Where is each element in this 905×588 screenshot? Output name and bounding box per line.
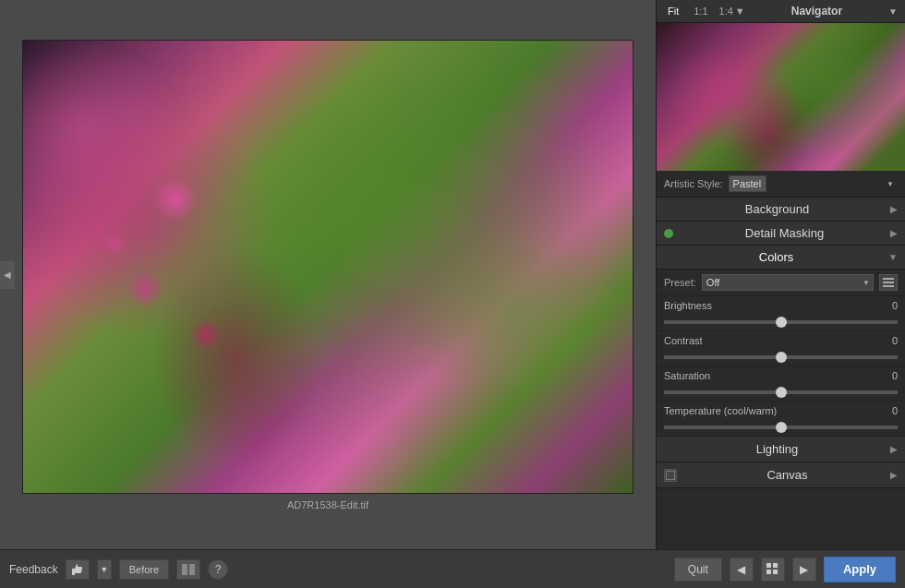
navigator-header: Fit 1:1 1:4 ▼ Navigator ▼ xyxy=(657,0,905,23)
saturation-value: 0 xyxy=(879,370,898,381)
artistic-style-row: Artistic Style: Pastel xyxy=(657,171,905,198)
svg-rect-2 xyxy=(883,285,894,287)
colors-arrow: ▼ xyxy=(888,252,898,262)
colors-title: Colors xyxy=(664,250,888,264)
contrast-slider[interactable] xyxy=(664,355,898,359)
detail-masking-arrow: ▶ xyxy=(890,228,898,238)
brightness-label-row: Brightness 0 xyxy=(664,300,898,311)
filename-label: AD7R1538-Edit.tif xyxy=(287,499,368,510)
saturation-slider-row: Saturation 0 xyxy=(657,366,905,402)
before-button[interactable]: Before xyxy=(119,559,169,580)
temperature-label-row: Temperature (cool/warm) 0 xyxy=(664,405,898,416)
detail-masking-section-header[interactable]: Detail Masking ▶ xyxy=(657,222,905,246)
feedback-thumbup-button[interactable] xyxy=(66,559,90,580)
saturation-label: Saturation xyxy=(664,370,710,381)
image-container xyxy=(22,40,634,494)
temperature-slider-row: Temperature (cool/warm) 0 xyxy=(657,402,905,437)
brightness-value: 0 xyxy=(879,300,898,311)
contrast-label: Contrast xyxy=(664,335,703,346)
navigator-preview xyxy=(657,23,905,171)
saturation-label-row: Saturation 0 xyxy=(664,370,898,381)
temperature-value: 0 xyxy=(879,405,898,416)
nav-prev-button[interactable]: ◀ xyxy=(730,558,754,582)
navigator-collapse-arrow[interactable]: ▼ xyxy=(888,6,898,17)
preset-select[interactable]: Off xyxy=(702,274,874,291)
canvas-arrow: ▶ xyxy=(890,470,898,480)
svg-rect-6 xyxy=(189,564,195,575)
detail-masking-title: Detail Masking xyxy=(679,226,890,240)
preset-label: Preset: xyxy=(664,277,696,288)
nav-next-button[interactable]: ▶ xyxy=(792,558,816,582)
preset-menu-icon[interactable] xyxy=(879,274,898,291)
detail-masking-indicator xyxy=(664,229,673,238)
artistic-style-label: Artistic Style: xyxy=(664,178,723,189)
svg-rect-8 xyxy=(773,563,778,568)
colors-section-content: Preset: Off Brightness xyxy=(657,270,905,437)
temperature-label: Temperature (cool/warm) xyxy=(664,405,777,416)
lighting-arrow: ▶ xyxy=(890,444,898,454)
main-canvas-image xyxy=(23,41,633,493)
preset-select-wrapper: Off xyxy=(702,274,874,291)
feedback-label: Feedback xyxy=(9,563,58,576)
preset-row: Preset: Off xyxy=(657,270,905,296)
feedback-dropdown-button[interactable]: ▼ xyxy=(97,559,112,580)
saturation-slider[interactable] xyxy=(664,390,898,394)
help-button[interactable]: ? xyxy=(208,559,228,580)
svg-rect-10 xyxy=(773,570,778,574)
artistic-style-select[interactable]: Pastel xyxy=(729,175,766,192)
lighting-section-header[interactable]: Lighting ▶ xyxy=(657,437,905,462)
canvas-title: Canvas xyxy=(684,468,890,482)
contrast-value: 0 xyxy=(879,335,898,346)
zoom-fit-button[interactable]: Fit xyxy=(664,4,682,18)
zoom-dropdown[interactable]: 1:4 ▼ xyxy=(719,6,745,17)
canvas-area: ◀ AD7R1538-Edit.tif xyxy=(0,0,656,549)
colors-section-header[interactable]: Colors ▼ xyxy=(657,246,905,270)
background-title: Background xyxy=(664,202,890,216)
svg-rect-7 xyxy=(766,563,771,568)
zoom-1-1-button[interactable]: 1:1 xyxy=(690,4,711,18)
temperature-slider[interactable] xyxy=(664,426,898,429)
bottom-toolbar: Feedback ▼ Before ? Quit ◀ ▶ Apply xyxy=(0,549,905,588)
canvas-icon xyxy=(664,469,677,482)
svg-rect-9 xyxy=(766,570,771,574)
artistic-select-wrapper: Pastel xyxy=(729,175,898,192)
svg-rect-1 xyxy=(883,282,894,283)
background-arrow: ▶ xyxy=(890,204,898,214)
quit-button[interactable]: Quit xyxy=(674,558,722,582)
brightness-slider-row: Brightness 0 xyxy=(657,296,905,331)
view-toggle-button[interactable] xyxy=(176,559,200,580)
lighting-title: Lighting xyxy=(664,442,890,456)
grid-view-button[interactable] xyxy=(761,558,785,582)
zoom-1-4-label: 1:4 xyxy=(719,6,733,17)
left-handle[interactable]: ◀ xyxy=(0,261,15,289)
svg-rect-0 xyxy=(883,278,894,280)
canvas-section-header[interactable]: Canvas ▶ xyxy=(657,462,905,488)
contrast-slider-row: Contrast 0 xyxy=(657,331,905,366)
svg-rect-5 xyxy=(182,564,187,575)
right-panel: Fit 1:1 1:4 ▼ Navigator ▼ Artistic Style… xyxy=(656,0,905,549)
zoom-dropdown-arrow: ▼ xyxy=(735,6,745,17)
brightness-slider[interactable] xyxy=(664,320,898,324)
svg-rect-3 xyxy=(666,471,675,480)
navigator-title: Navigator xyxy=(753,5,881,18)
background-section-header[interactable]: Background ▶ xyxy=(657,198,905,222)
brightness-label: Brightness xyxy=(664,300,712,311)
main-area: ◀ AD7R1538-Edit.tif Fit 1:1 1:4 ▼ Naviga… xyxy=(0,0,905,549)
svg-rect-4 xyxy=(72,569,75,575)
contrast-label-row: Contrast 0 xyxy=(664,335,898,346)
apply-button[interactable]: Apply xyxy=(824,557,896,582)
